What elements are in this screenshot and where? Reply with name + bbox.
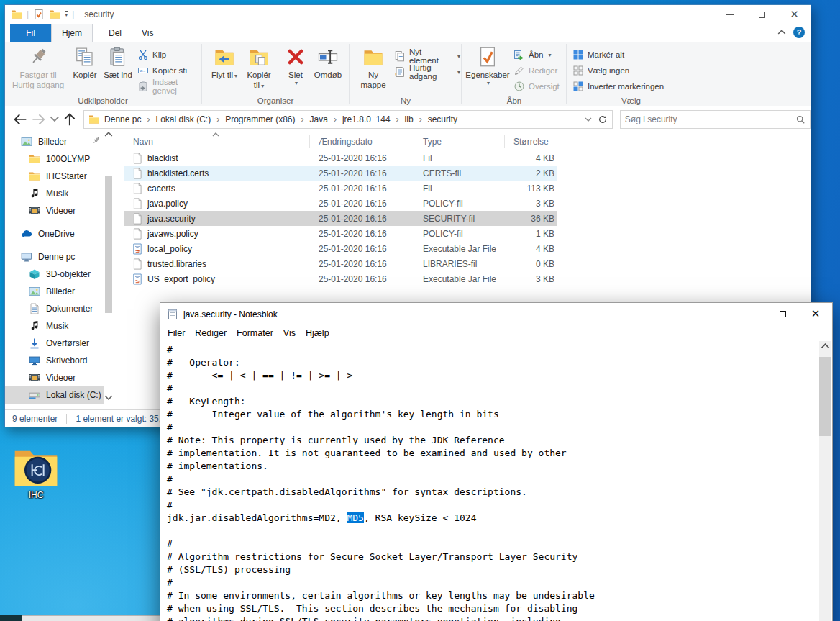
notepad-maximize-button[interactable] [766, 303, 799, 325]
forward-button[interactable] [31, 112, 47, 127]
breadcrumb-separator-icon[interactable]: › [142, 114, 154, 124]
notepad-text-area[interactable]: ## Operator:# <= | < | == | != | >= | >#… [161, 341, 819, 621]
column-header-type[interactable]: Type [414, 135, 505, 148]
help-icon[interactable]: ? [793, 27, 805, 38]
close-button[interactable]: ✕ [778, 5, 811, 24]
sidebar-item-musik[interactable]: Musik [5, 317, 120, 335]
tab-hjem[interactable]: Hjem [51, 24, 93, 42]
sidebar-item-overf-rsler[interactable]: Overførsler [5, 335, 120, 352]
ribbon-collapse-icon[interactable] [777, 30, 786, 35]
sidebar-item-billeder[interactable]: Billeder [5, 133, 120, 150]
sidebar-scrollbar[interactable] [104, 132, 114, 404]
delete-button[interactable]: Slet▾ [281, 44, 310, 87]
minimize-button[interactable] [713, 5, 746, 24]
breadcrumb-item[interactable]: Java [309, 114, 329, 124]
edit-button[interactable]: Rediger [513, 63, 557, 78]
search-icon[interactable] [795, 114, 805, 124]
recent-locations-dropdown-icon[interactable] [50, 112, 60, 127]
breadcrumb-item[interactable]: Lokal disk (C:) [154, 114, 212, 124]
invert-selection-button[interactable]: Inverter markeringen [572, 79, 664, 94]
table-row-cacerts[interactable]: cacerts25-01-2020 16:16Fil113 KB [124, 181, 557, 196]
new-item-button[interactable]: Nyt element▾ [394, 49, 460, 63]
breadcrumb-item[interactable]: Programmer (x86) [224, 114, 296, 124]
sidebar-item-musik[interactable]: Musik [5, 185, 120, 202]
notepad-close-button[interactable]: ✕ [799, 303, 832, 325]
sidebar-item-billeder[interactable]: Billeder [5, 283, 120, 300]
address-dropdown-icon[interactable] [585, 117, 592, 122]
rename-button[interactable]: Omdøb [310, 44, 346, 80]
copy-button[interactable]: Kopiér [68, 44, 101, 80]
breadcrumb-separator-icon[interactable]: › [415, 114, 426, 124]
copy-path-button[interactable]: w... Kopiér sti [137, 63, 187, 78]
sidebar-item-videoer[interactable]: Videoer [5, 202, 120, 219]
pin-to-quick-access-button[interactable]: Fastgør til Hurtig adgang [9, 44, 67, 91]
back-button[interactable] [12, 112, 28, 127]
breadcrumb-separator-icon[interactable]: › [392, 114, 403, 124]
breadcrumb-separator-icon[interactable]: › [329, 114, 341, 124]
sidebar-item-videoer[interactable]: Videoer [5, 369, 120, 386]
paste-shortcut-button[interactable]: Indsæt genvej [137, 79, 201, 94]
breadcrumb-separator-icon[interactable]: › [212, 114, 224, 124]
search-box[interactable] [620, 110, 811, 129]
qat-customize-dropdown-icon[interactable]: ▾ [65, 11, 68, 18]
qat-newfolder-icon[interactable] [49, 9, 60, 20]
sidebar-item-lokal-disk-c-[interactable]: Lokal disk (C:) [5, 386, 104, 404]
open-button[interactable]: Åbn▾ [513, 47, 551, 62]
menu-vis[interactable]: Vis [278, 328, 301, 338]
column-header-size[interactable]: Størrelse [505, 135, 557, 148]
tab-vis[interactable]: Vis [132, 24, 163, 42]
paste-button[interactable]: Sæt ind [103, 44, 133, 80]
sidebar-scroll-thumb[interactable] [105, 176, 112, 313]
sidebar-item-denne-pc[interactable]: Denne pc [5, 248, 120, 266]
sidebar-item-3d-objekter[interactable]: 3D-objekter [5, 266, 120, 283]
table-row-blacklist[interactable]: blacklist25-01-2020 16:16Fil4 KB [124, 150, 557, 166]
sidebar-item-dokumenter[interactable]: Dokumenter [5, 300, 120, 317]
menu-filer[interactable]: Filer [163, 328, 190, 338]
tab-del[interactable]: Del [99, 24, 132, 42]
desktop-icon-ihc[interactable]: IHC [13, 446, 59, 500]
refresh-icon[interactable] [598, 114, 608, 124]
address-bar[interactable]: Denne pc›Lokal disk (C:)›Programmer (x86… [83, 110, 613, 129]
breadcrumb-item[interactable]: lib [403, 114, 415, 124]
copy-to-button[interactable]: Kopiér til▾ [241, 44, 277, 91]
tab-fil[interactable]: Fil [10, 24, 51, 42]
table-row-local-policy[interactable]: local_policy25-01-2020 16:16Executable J… [124, 241, 557, 256]
sidebar-item-100olymp[interactable]: 100OLYMP [5, 150, 120, 168]
cut-button[interactable]: Klip [137, 47, 166, 62]
history-button[interactable]: Oversigt [513, 79, 560, 94]
table-row-java-policy[interactable]: java.policy25-01-2020 16:16POLICY-fil3 K… [124, 196, 557, 211]
notepad-scroll-thumb[interactable] [819, 357, 831, 436]
select-none-button[interactable]: Vælg ingen [572, 63, 629, 78]
scroll-down-icon[interactable] [104, 395, 113, 404]
easy-access-button[interactable]: Hurtig adgang▾ [394, 65, 460, 79]
sidebar-item-skrivebord[interactable]: Skrivebord [5, 352, 120, 369]
sidebar-item-onedrive[interactable]: OneDrive [5, 225, 120, 242]
properties-button[interactable]: Egenskaber▾ [465, 44, 511, 87]
search-input[interactable] [625, 114, 795, 124]
menu-hj-lp[interactable]: Hjælp [301, 328, 334, 338]
explorer-titlebar[interactable]: | ▾ | security ✕ [5, 5, 811, 24]
maximize-button[interactable] [746, 5, 778, 24]
menu-formater[interactable]: Formater [232, 328, 278, 338]
breadcrumb-item[interactable]: security [426, 114, 459, 124]
notepad-scroll-up-icon[interactable] [821, 343, 830, 353]
column-header-date[interactable]: Ændringsdato [310, 135, 414, 148]
move-to-button[interactable]: Flyt til▾ [208, 44, 241, 80]
table-row-blacklisted-certs[interactable]: blacklisted.certs25-01-2020 16:16CERTS-f… [124, 166, 557, 181]
select-all-button[interactable]: Markér alt [572, 47, 624, 62]
table-row-java-security[interactable]: java.security25-01-2020 16:16SECURITY-fi… [124, 211, 557, 226]
menu-rediger[interactable]: Rediger [190, 328, 232, 338]
scroll-up-icon[interactable] [104, 132, 113, 140]
notepad-minimize-button[interactable] [733, 303, 766, 325]
table-row-us-export-policy[interactable]: US_export_policy25-01-2020 16:16Executab… [124, 271, 557, 286]
breadcrumb-separator-icon[interactable]: › [297, 114, 309, 124]
table-row-trusted-libraries[interactable]: trusted.libraries25-01-2020 16:16LIBRARI… [124, 256, 557, 271]
column-header-name[interactable]: Navn [124, 135, 310, 148]
sidebar-item-ihcstarter[interactable]: IHCStarter [5, 168, 120, 185]
notepad-scrollbar[interactable] [819, 341, 831, 621]
new-folder-button[interactable]: Nymappe [355, 44, 391, 91]
table-row-javaws-policy[interactable]: javaws.policy25-01-2020 16:16POLICY-fil1… [124, 226, 557, 241]
notepad-titlebar[interactable]: java.security - Notesblok ✕ [160, 303, 832, 325]
qat-properties-icon[interactable] [33, 9, 45, 20]
up-button[interactable] [62, 112, 78, 127]
